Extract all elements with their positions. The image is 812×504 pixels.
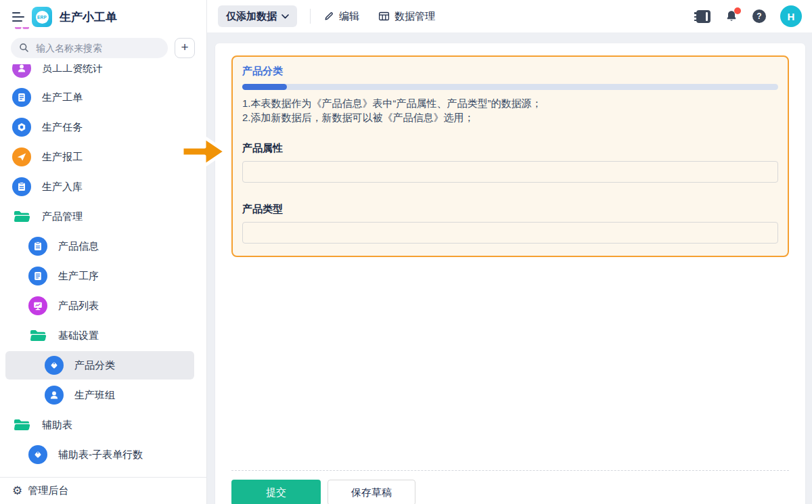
sidebar-list: 生产工单生产任务生产报工生产入库产品管理产品信息生产工序产品列表基础设置产品分类… bbox=[0, 83, 206, 469]
edit-button[interactable]: 编辑 bbox=[323, 10, 359, 23]
sidebar-item-5[interactable]: 产品信息 bbox=[0, 231, 206, 261]
notebook-panel-icon[interactable] bbox=[696, 10, 710, 23]
sidebar-item-7[interactable]: 产品列表 bbox=[0, 291, 206, 321]
clipboard-icon bbox=[12, 177, 31, 196]
sidebar-item-label: 基础设置 bbox=[58, 329, 99, 342]
notification-badge bbox=[734, 7, 741, 14]
progress-track bbox=[242, 84, 778, 90]
form-description: 1.本表数据作为《产品信息》表中“产品属性、产品类型”的数据源； 2.添加新数据… bbox=[242, 96, 778, 124]
data-manage-label: 数据管理 bbox=[394, 10, 435, 23]
search-icon bbox=[19, 43, 29, 53]
add-form-button[interactable]: + bbox=[175, 38, 195, 58]
sidebar-item-10[interactable]: 生产班组 bbox=[0, 380, 206, 410]
progress-fill bbox=[242, 84, 287, 90]
sidebar-item-label: 产品分类 bbox=[74, 359, 115, 372]
topbar-divider bbox=[310, 9, 311, 24]
product-attribute-input[interactable] bbox=[242, 161, 778, 183]
doc-icon bbox=[12, 88, 31, 107]
sidebar-item-label: 生产班组 bbox=[74, 389, 115, 402]
data-mode-label: 仅添加数据 bbox=[226, 10, 277, 23]
tag-icon bbox=[45, 356, 64, 375]
main-area: 仅添加数据 编辑 数据管理 ? H bbox=[207, 0, 812, 504]
doc-icon bbox=[28, 267, 47, 285]
sidebar-search-band: + bbox=[0, 31, 206, 64]
clipboard-icon bbox=[28, 237, 47, 256]
sidebar-item-11[interactable]: 辅助表 bbox=[0, 410, 206, 440]
sidebar-item-8[interactable]: 基础设置 bbox=[0, 321, 206, 350]
topbar-right-icons: ? H bbox=[696, 5, 802, 27]
form-panel: 产品分类 1.本表数据作为《产品信息》表中“产品属性、产品类型”的数据源； 2.… bbox=[231, 55, 789, 257]
tag-icon bbox=[28, 445, 47, 464]
form-title: 产品分类 bbox=[242, 65, 778, 78]
field-group: 产品类型 bbox=[242, 203, 778, 244]
data-manage-button[interactable]: 数据管理 bbox=[378, 10, 435, 23]
app-logo-text: ERP bbox=[36, 11, 49, 24]
sidebar-item-2[interactable]: 生产报工 bbox=[0, 142, 206, 172]
field-label: 产品类型 bbox=[242, 203, 778, 216]
sidebar-item-9[interactable]: 产品分类 bbox=[0, 351, 206, 380]
sidebar-item-12[interactable]: 辅助表-子表单行数 bbox=[0, 440, 206, 469]
sidebar-item-3[interactable]: 生产入库 bbox=[0, 172, 206, 202]
sidebar-item-label: 生产任务 bbox=[42, 121, 83, 134]
field-group: 产品属性 bbox=[242, 142, 778, 183]
field-label: 产品属性 bbox=[242, 142, 778, 155]
sidebar-item-label: 产品管理 bbox=[42, 210, 83, 223]
sidebar-item-label: 生产工单 bbox=[42, 91, 83, 104]
gear-icon: ⚙ bbox=[12, 485, 22, 497]
person-icon bbox=[45, 386, 64, 405]
app-logo-icon: ERP bbox=[32, 7, 52, 27]
avatar[interactable]: H bbox=[780, 5, 802, 27]
folder-icon bbox=[28, 329, 47, 342]
save-draft-button[interactable]: 保存草稿 bbox=[328, 480, 415, 504]
form-card: 产品分类 1.本表数据作为《产品信息》表中“产品属性、产品类型”的数据源； 2.… bbox=[215, 43, 805, 504]
pencil-icon bbox=[323, 11, 334, 22]
sidebar: 生产数据统计 员工工资统计 生产工单生产任务生产报工生产入库产品管理产品信息生产… bbox=[0, 0, 207, 504]
topbar: 仅添加数据 编辑 数据管理 ? H bbox=[207, 0, 812, 32]
app-title: 生产小工单 bbox=[60, 9, 117, 25]
sidebar-item-admin[interactable]: ⚙ 管理后台 bbox=[0, 477, 206, 504]
product-type-input[interactable] bbox=[242, 222, 778, 244]
sidebar-item-label: 产品列表 bbox=[58, 300, 99, 313]
sidebar-item-label: 生产工序 bbox=[58, 270, 99, 283]
folder-icon bbox=[12, 210, 31, 223]
sidebar-header: ERP 生产小工单 bbox=[0, 0, 206, 27]
folder-icon bbox=[12, 418, 31, 432]
sidebar-item-1[interactable]: 生产任务 bbox=[0, 112, 206, 142]
sidebar-item-label: 产品信息 bbox=[58, 240, 99, 253]
data-mode-dropdown[interactable]: 仅添加数据 bbox=[218, 5, 297, 27]
help-icon[interactable]: ? bbox=[752, 9, 766, 23]
sidebar-item-label: 辅助表-子表单行数 bbox=[58, 449, 143, 461]
sidebar-item-label: 生产报工 bbox=[42, 151, 83, 164]
description-line: 2.添加新数据后，新数据可以被《产品信息》选用； bbox=[242, 110, 778, 124]
content-area: 产品分类 1.本表数据作为《产品信息》表中“产品属性、产品类型”的数据源； 2.… bbox=[207, 32, 812, 504]
table-icon bbox=[378, 11, 390, 22]
form-footer: 提交 保存草稿 bbox=[231, 470, 789, 504]
send-icon bbox=[12, 147, 31, 166]
description-line: 1.本表数据作为《产品信息》表中“产品属性、产品类型”的数据源； bbox=[242, 96, 778, 110]
search-input[interactable] bbox=[35, 42, 160, 54]
sidebar-item-label: 辅助表 bbox=[42, 419, 72, 432]
app-window: 生产数据统计 员工工资统计 生产工单生产任务生产报工生产入库产品管理产品信息生产… bbox=[0, 0, 812, 504]
search-box[interactable] bbox=[11, 38, 168, 58]
nut-icon bbox=[12, 118, 31, 137]
sidebar-item-4[interactable]: 产品管理 bbox=[0, 202, 206, 231]
admin-label: 管理后台 bbox=[28, 484, 68, 497]
chevron-down-icon bbox=[281, 14, 289, 19]
sidebar-item-0[interactable]: 生产工单 bbox=[0, 83, 206, 112]
monitor-icon bbox=[28, 296, 47, 315]
notification-bell-icon[interactable] bbox=[725, 9, 738, 23]
edit-label: 编辑 bbox=[339, 10, 359, 23]
menu-collapse-icon[interactable] bbox=[12, 12, 24, 22]
sidebar-item-6[interactable]: 生产工序 bbox=[0, 261, 206, 291]
sidebar-item-label: 生产入库 bbox=[42, 181, 83, 193]
submit-button[interactable]: 提交 bbox=[231, 480, 321, 504]
